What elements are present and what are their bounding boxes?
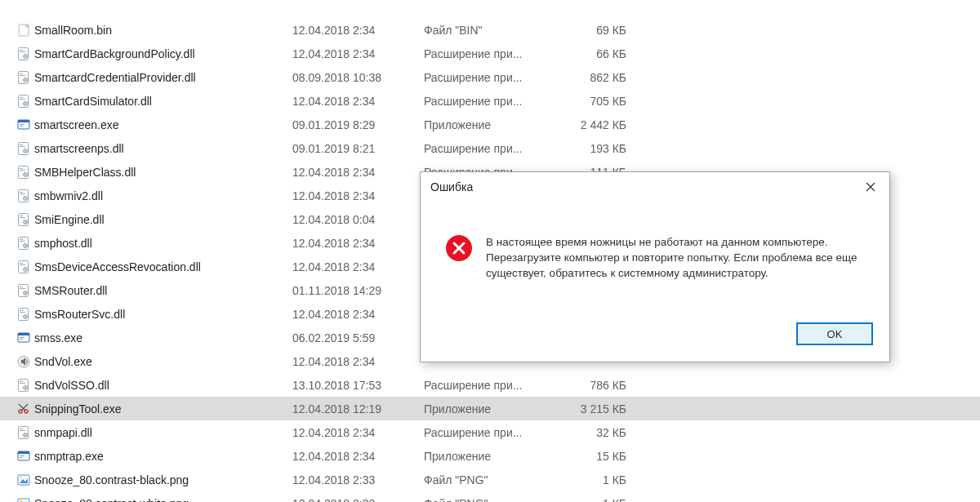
error-icon xyxy=(445,234,473,262)
bin-icon xyxy=(16,23,31,38)
file-size: 193 КБ xyxy=(566,142,631,155)
svg-point-6 xyxy=(24,56,26,57)
file-row[interactable]: SndVolSSO.dll13.10.2018 17:53Расширение … xyxy=(0,373,980,397)
svg-point-50 xyxy=(24,269,26,270)
svg-point-25 xyxy=(24,150,26,152)
file-type: Файл "BIN" xyxy=(424,24,566,37)
ok-button[interactable]: OK xyxy=(796,322,873,345)
file-name: snmptrap.exe xyxy=(34,450,104,463)
svg-rect-7 xyxy=(19,71,29,83)
svg-rect-48 xyxy=(20,264,25,265)
file-name: SmartCardSimulator.dll xyxy=(34,95,152,108)
exe-icon xyxy=(16,118,31,132)
file-name: smartscreenps.dll xyxy=(34,142,124,155)
dialog-message: В настоящее время ножницы не работают на… xyxy=(486,234,868,281)
file-row[interactable]: SmartcardCredentialProvider.dll08.09.201… xyxy=(0,65,980,89)
file-date: 12.04.2018 2:34 xyxy=(292,355,424,368)
file-name: SmartCardBackgroundPolicy.dll xyxy=(34,47,195,60)
png-icon xyxy=(16,496,31,503)
close-icon[interactable] xyxy=(852,172,889,202)
file-name: SndVol.exe xyxy=(34,355,92,368)
svg-rect-32 xyxy=(20,192,23,193)
file-row[interactable]: Snooze_80.contrast-black.png12.04.2018 2… xyxy=(0,468,980,491)
file-date: 12.04.2018 2:34 xyxy=(292,95,424,108)
svg-rect-88 xyxy=(18,499,29,503)
file-type: Приложение xyxy=(424,450,566,463)
file-size: 786 КБ xyxy=(566,379,631,392)
file-name: SndVolSSO.dll xyxy=(34,379,109,392)
dll-icon xyxy=(16,47,31,61)
file-size: 705 КБ xyxy=(566,95,631,108)
file-name: SmallRoom.bin xyxy=(34,24,112,37)
file-size: 15 КБ xyxy=(566,450,631,463)
svg-point-55 xyxy=(24,292,26,294)
file-name: smphost.dll xyxy=(34,237,92,250)
file-size: 862 КБ xyxy=(566,71,631,84)
file-type: Расширение при... xyxy=(424,47,566,60)
file-name: SmartcardCredentialProvider.dll xyxy=(34,71,196,84)
dll-icon xyxy=(16,165,31,180)
file-date: 12.04.2018 2:34 xyxy=(292,24,424,37)
dialog-title: Ошибка xyxy=(430,180,473,193)
file-type: Приложение xyxy=(424,402,566,415)
svg-rect-33 xyxy=(20,193,25,194)
file-name: snmpapi.dll xyxy=(34,426,92,439)
file-row[interactable]: smartscreen.exe09.01.2019 8:29Приложение… xyxy=(0,113,980,136)
file-size: 32 КБ xyxy=(566,426,631,439)
file-row[interactable]: SmartCardBackgroundPolicy.dll12.04.2018 … xyxy=(0,42,980,65)
file-date: 13.10.2018 17:53 xyxy=(292,379,424,392)
svg-rect-14 xyxy=(20,99,25,100)
svg-point-80 xyxy=(24,434,26,436)
svg-rect-4 xyxy=(20,51,25,52)
svg-rect-42 xyxy=(20,239,23,240)
file-size: 2 442 КБ xyxy=(566,118,631,131)
file-type: Файл "PNG" xyxy=(424,473,566,486)
svg-rect-8 xyxy=(20,73,23,74)
file-name: SmiEngine.dll xyxy=(34,213,105,226)
svg-rect-51 xyxy=(19,284,29,296)
file-name: Snooze_80.contrast-black.png xyxy=(34,473,189,486)
file-date: 12.04.2018 2:33 xyxy=(292,473,424,486)
dll-icon xyxy=(16,236,31,251)
file-name: SnippingTool.exe xyxy=(34,402,122,415)
file-row[interactable]: SnippingTool.exe12.04.2018 12:19Приложен… xyxy=(0,397,980,420)
file-date: 12.04.2018 2:34 xyxy=(292,189,424,202)
svg-rect-58 xyxy=(20,312,25,313)
dll-icon xyxy=(16,189,31,203)
png-icon xyxy=(16,473,31,487)
file-name: smbwmiv2.dll xyxy=(34,189,103,202)
dll-icon xyxy=(16,260,31,274)
svg-rect-68 xyxy=(20,381,23,382)
file-name: SMSRouter.dll xyxy=(34,284,107,297)
file-date: 12.04.2018 2:34 xyxy=(292,47,424,60)
svg-rect-22 xyxy=(20,144,23,145)
svg-rect-56 xyxy=(19,308,29,320)
file-size: 69 КБ xyxy=(566,24,631,37)
dialog-titlebar[interactable]: Ошибка xyxy=(421,172,889,202)
svg-rect-62 xyxy=(18,333,29,335)
svg-rect-47 xyxy=(20,263,23,264)
file-date: 12.04.2018 2:34 xyxy=(292,308,424,321)
svg-point-30 xyxy=(24,174,26,175)
snip-icon xyxy=(16,402,31,416)
svg-point-71 xyxy=(24,387,26,389)
dll-icon xyxy=(16,212,31,227)
svg-rect-41 xyxy=(19,237,29,249)
svg-rect-53 xyxy=(20,288,25,289)
file-row[interactable]: SmallRoom.bin12.04.2018 2:34Файл "BIN"69… xyxy=(0,18,980,42)
file-row[interactable]: smartscreenps.dll09.01.2019 8:21Расширен… xyxy=(0,136,980,160)
file-row[interactable]: SmartCardSimulator.dll12.04.2018 2:34Рас… xyxy=(0,89,980,113)
dll-icon xyxy=(16,283,31,298)
svg-point-16 xyxy=(24,103,26,104)
svg-rect-21 xyxy=(19,142,29,154)
file-size: 3 215 КБ xyxy=(566,402,631,415)
file-type: Расширение при... xyxy=(424,95,566,108)
svg-rect-57 xyxy=(20,310,23,311)
file-date: 08.09.2018 10:38 xyxy=(292,71,424,84)
file-row[interactable]: snmptrap.exe12.04.2018 2:34Приложение15 … xyxy=(0,444,980,468)
svg-rect-46 xyxy=(19,260,29,273)
svg-rect-12 xyxy=(19,95,29,107)
file-row[interactable]: Snooze_80.contrast-white.png12.04.2018 2… xyxy=(0,491,980,502)
file-row[interactable]: snmpapi.dll12.04.2018 2:34Расширение при… xyxy=(0,420,980,444)
file-size: 1 КБ xyxy=(566,497,631,503)
